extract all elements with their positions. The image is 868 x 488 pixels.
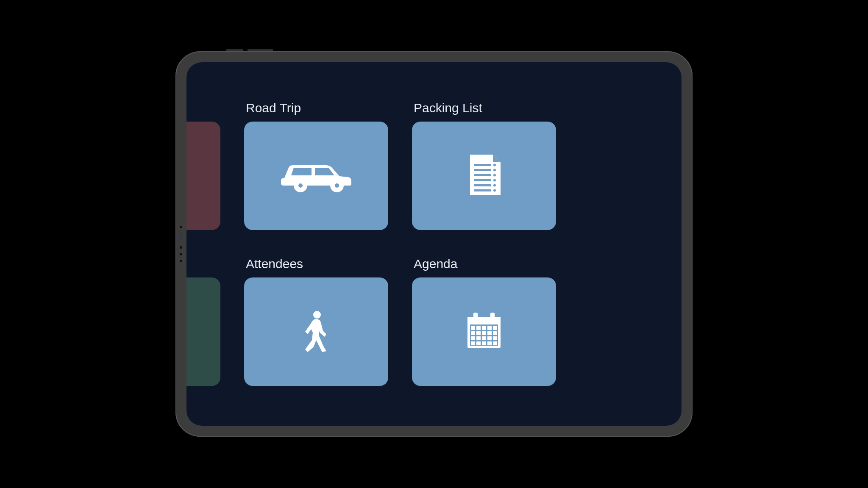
list-icon <box>467 155 501 197</box>
tile-label: Packing List <box>412 100 556 116</box>
svg-rect-5 <box>474 169 491 171</box>
tile-label: Agenda <box>412 256 556 272</box>
calendar-icon <box>466 312 502 352</box>
device-button <box>226 49 243 51</box>
svg-rect-40 <box>487 341 492 345</box>
svg-rect-36 <box>493 336 497 340</box>
svg-rect-34 <box>482 336 486 340</box>
person-icon <box>303 310 329 354</box>
device-button <box>248 49 273 51</box>
tile-packing-list[interactable] <box>412 122 556 230</box>
device-sensors <box>180 226 182 262</box>
svg-rect-28 <box>476 331 481 335</box>
tile-cell-agenda: Agenda <box>412 256 556 386</box>
tile-cell-packing-list: Packing List <box>412 100 556 230</box>
svg-rect-19 <box>473 313 478 320</box>
tile-agenda[interactable] <box>412 277 556 386</box>
svg-rect-20 <box>490 313 495 320</box>
tile-attendees[interactable] <box>244 277 388 386</box>
svg-rect-23 <box>476 326 481 330</box>
svg-rect-33 <box>476 336 481 340</box>
svg-point-16 <box>313 311 321 319</box>
svg-rect-7 <box>474 179 491 181</box>
svg-point-15 <box>493 189 496 192</box>
svg-rect-22 <box>471 326 475 330</box>
svg-rect-26 <box>493 326 497 330</box>
tile-cell-partial-top <box>186 100 220 230</box>
svg-rect-30 <box>487 331 492 335</box>
tile-grid: Road Trip <box>186 100 556 386</box>
svg-rect-32 <box>471 336 475 340</box>
svg-rect-4 <box>474 164 491 166</box>
tile-partial-top[interactable] <box>186 122 220 230</box>
svg-rect-35 <box>487 336 492 340</box>
svg-point-11 <box>493 169 496 172</box>
svg-rect-6 <box>474 174 491 176</box>
svg-rect-41 <box>493 341 497 345</box>
tile-label: Attendees <box>244 256 388 272</box>
tile-cell-road-trip: Road Trip <box>244 100 388 230</box>
svg-rect-38 <box>476 341 481 345</box>
svg-point-12 <box>493 174 496 177</box>
svg-rect-18 <box>467 317 501 324</box>
svg-rect-24 <box>482 326 486 330</box>
tile-cell-partial-bottom <box>186 256 220 386</box>
svg-rect-29 <box>482 331 486 335</box>
svg-point-13 <box>493 179 496 182</box>
ipad-frame: Road Trip <box>175 51 693 437</box>
tile-road-trip[interactable] <box>244 122 388 230</box>
svg-point-1 <box>298 183 303 188</box>
car-icon <box>276 156 356 196</box>
svg-rect-25 <box>487 326 492 330</box>
svg-rect-39 <box>482 341 486 345</box>
svg-rect-9 <box>474 189 491 191</box>
tile-cell-attendees: Attendees <box>244 256 388 386</box>
tile-label: Road Trip <box>244 100 388 116</box>
svg-point-10 <box>493 164 496 166</box>
svg-rect-27 <box>471 331 475 335</box>
svg-point-3 <box>335 183 339 188</box>
svg-rect-8 <box>474 184 491 186</box>
screen: Road Trip <box>186 62 682 426</box>
tile-partial-bottom[interactable] <box>186 277 220 386</box>
svg-point-14 <box>493 184 496 187</box>
svg-rect-37 <box>471 341 475 345</box>
svg-rect-31 <box>493 331 497 335</box>
